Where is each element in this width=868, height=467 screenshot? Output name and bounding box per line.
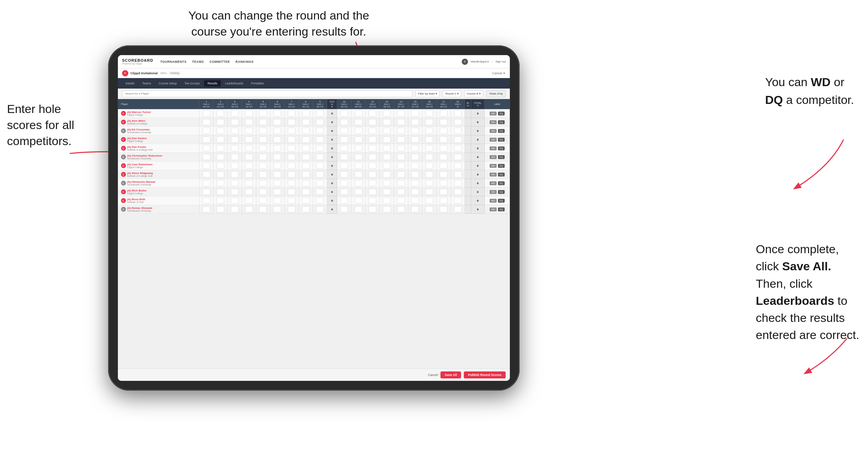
score-input-h10[interactable] bbox=[340, 110, 348, 116]
cancel-tournament-btn[interactable]: Cancel ✕ bbox=[492, 71, 506, 75]
score-input-h1[interactable] bbox=[203, 163, 210, 169]
score-input-h9[interactable] bbox=[316, 189, 324, 195]
score-input-h15[interactable] bbox=[411, 154, 419, 160]
score-input-h6[interactable] bbox=[273, 110, 281, 116]
totals-only-btn[interactable]: Totals Only bbox=[486, 90, 506, 97]
score-input-h17[interactable] bbox=[440, 119, 447, 125]
score-input-h11[interactable] bbox=[355, 145, 362, 151]
score-input-h7[interactable] bbox=[288, 171, 295, 178]
score-input-h1[interactable] bbox=[203, 145, 210, 151]
score-input-h15[interactable] bbox=[411, 180, 419, 186]
score-input-h15[interactable] bbox=[411, 163, 419, 169]
wd-btn[interactable]: WD bbox=[490, 164, 497, 168]
wd-btn[interactable]: WD bbox=[490, 199, 497, 203]
score-input-h18[interactable] bbox=[454, 180, 462, 186]
nav-committee[interactable]: COMMITTEE bbox=[210, 60, 230, 63]
score-input-h1[interactable] bbox=[203, 128, 210, 134]
score-input-h2[interactable] bbox=[217, 197, 224, 204]
score-input-h9[interactable] bbox=[316, 206, 324, 212]
score-input-h18[interactable] bbox=[454, 197, 462, 204]
score-input-h12[interactable] bbox=[369, 206, 376, 212]
score-input-h18[interactable] bbox=[454, 128, 462, 134]
score-input-h4[interactable] bbox=[245, 128, 253, 134]
score-input-h3[interactable] bbox=[231, 154, 239, 160]
score-input-h4[interactable] bbox=[245, 171, 253, 178]
score-input-h18[interactable] bbox=[454, 206, 462, 212]
score-input-h1[interactable] bbox=[203, 154, 210, 160]
score-input-h6[interactable] bbox=[273, 145, 281, 151]
score-input-h6[interactable] bbox=[273, 119, 281, 125]
score-input-h8[interactable] bbox=[302, 145, 310, 151]
tab-tee-groups[interactable]: Tee Groups bbox=[181, 80, 203, 86]
search-input[interactable] bbox=[122, 90, 413, 97]
score-input-h18[interactable] bbox=[454, 171, 462, 178]
score-input-h8[interactable] bbox=[302, 180, 310, 186]
score-input-h2[interactable] bbox=[217, 180, 224, 186]
score-input-h14[interactable] bbox=[397, 197, 405, 204]
dq-btn[interactable]: DQ bbox=[498, 120, 505, 124]
score-input-h13[interactable] bbox=[383, 171, 391, 178]
score-input-h3[interactable] bbox=[231, 171, 239, 178]
score-input-h7[interactable] bbox=[288, 136, 295, 143]
score-input-h8[interactable] bbox=[302, 119, 310, 125]
score-input-h14[interactable] bbox=[397, 145, 405, 151]
cancel-btn[interactable]: Cancel bbox=[428, 373, 438, 377]
score-input-h12[interactable] bbox=[369, 110, 376, 116]
score-input-h7[interactable] bbox=[288, 189, 295, 195]
nav-teams[interactable]: TEAMS bbox=[192, 60, 204, 63]
score-input-h9[interactable] bbox=[316, 154, 324, 160]
score-input-h14[interactable] bbox=[397, 206, 405, 212]
score-input-h4[interactable] bbox=[245, 180, 253, 186]
score-input-h6[interactable] bbox=[273, 136, 281, 143]
score-input-h7[interactable] bbox=[288, 163, 295, 169]
wd-btn[interactable]: WD bbox=[490, 146, 497, 150]
score-input-h17[interactable] bbox=[440, 180, 447, 186]
score-input-h4[interactable] bbox=[245, 145, 253, 151]
score-input-h5[interactable] bbox=[259, 136, 267, 143]
score-input-h1[interactable] bbox=[203, 180, 210, 186]
score-input-h9[interactable] bbox=[316, 110, 324, 116]
score-input-h2[interactable] bbox=[217, 206, 224, 212]
score-input-h7[interactable] bbox=[288, 145, 295, 151]
score-input-h2[interactable] bbox=[217, 128, 224, 134]
score-input-h14[interactable] bbox=[397, 110, 405, 116]
score-input-h2[interactable] bbox=[217, 119, 224, 125]
score-input-h5[interactable] bbox=[259, 206, 267, 212]
score-input-h15[interactable] bbox=[411, 206, 419, 212]
score-input-h8[interactable] bbox=[302, 197, 310, 204]
score-input-h10[interactable] bbox=[340, 136, 348, 143]
score-input-h18[interactable] bbox=[454, 136, 462, 143]
score-input-h7[interactable] bbox=[288, 206, 295, 212]
score-input-h16[interactable] bbox=[425, 189, 433, 195]
score-input-h17[interactable] bbox=[440, 110, 447, 116]
score-input-h4[interactable] bbox=[245, 163, 253, 169]
score-input-h10[interactable] bbox=[340, 171, 348, 178]
score-input-h17[interactable] bbox=[440, 154, 447, 160]
score-input-h8[interactable] bbox=[302, 206, 310, 212]
score-input-h5[interactable] bbox=[259, 163, 267, 169]
wd-btn[interactable]: WD bbox=[490, 173, 497, 176]
score-input-h9[interactable] bbox=[316, 145, 324, 151]
score-input-h3[interactable] bbox=[231, 206, 239, 212]
score-input-h1[interactable] bbox=[203, 110, 210, 116]
score-input-h8[interactable] bbox=[302, 128, 310, 134]
dq-btn[interactable]: DQ bbox=[498, 112, 505, 115]
score-input-h12[interactable] bbox=[369, 197, 376, 204]
score-input-h12[interactable] bbox=[369, 119, 376, 125]
score-input-h10[interactable] bbox=[340, 197, 348, 204]
score-input-h10[interactable] bbox=[340, 145, 348, 151]
score-input-h13[interactable] bbox=[383, 110, 391, 116]
score-input-h6[interactable] bbox=[273, 163, 281, 169]
score-input-h3[interactable] bbox=[231, 119, 239, 125]
score-input-h8[interactable] bbox=[302, 163, 310, 169]
score-input-h7[interactable] bbox=[288, 197, 295, 204]
score-input-h16[interactable] bbox=[425, 180, 433, 186]
tab-details[interactable]: Details bbox=[122, 80, 138, 86]
score-input-h10[interactable] bbox=[340, 163, 348, 169]
score-input-h12[interactable] bbox=[369, 180, 376, 186]
score-input-h17[interactable] bbox=[440, 171, 447, 178]
score-input-h4[interactable] bbox=[245, 154, 253, 160]
dq-btn[interactable]: DQ bbox=[498, 173, 505, 176]
score-input-h13[interactable] bbox=[383, 189, 391, 195]
score-input-h15[interactable] bbox=[411, 145, 419, 151]
